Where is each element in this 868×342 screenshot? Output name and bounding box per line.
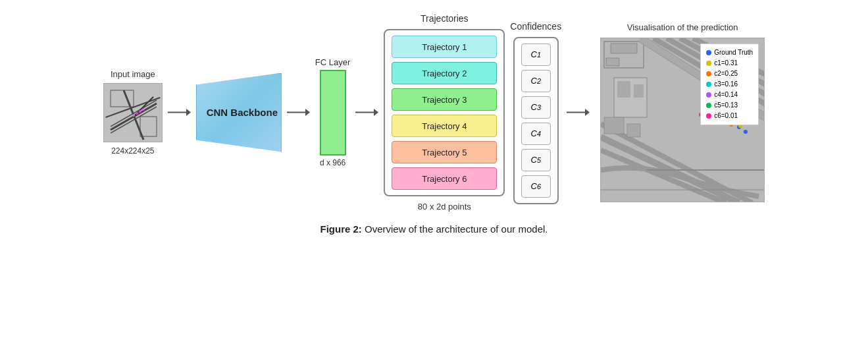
svg-point-9 [139,110,141,113]
svg-marker-17 [374,109,378,116]
fc-box [320,70,346,156]
svg-marker-19 [585,109,590,116]
caption-bold: Figure 2: [320,223,362,235]
fc-label-top: FC Layer [315,57,350,67]
legend-dot-gt [706,50,711,55]
trajectory-1: Trajectory 1 [392,36,497,58]
trajectories-section: Trajectories Trajectory 1 Trajectory 2 T… [384,13,505,212]
legend-text-c1: c1=0.31 [714,58,738,69]
arrow-svg-4 [567,104,590,121]
input-map-svg [104,84,163,142]
legend-c6: c6=0.01 [706,111,753,121]
vis-section: Visualisation of the prediction [600,22,765,202]
input-size-label: 224x224x25 [111,146,154,156]
legend-c2: c2=0.25 [706,69,753,79]
confidence-5: C5 [521,149,551,171]
trajectories-title: Trajectories [421,13,469,24]
legend-text-gt: Ground Truth [714,47,753,58]
legend-dot-c2 [706,71,711,76]
svg-point-8 [136,112,138,115]
arrow-1 [163,104,196,121]
main-diagram: Input image [0,0,868,218]
svg-point-11 [132,114,135,117]
svg-marker-15 [305,109,310,116]
legend-text-c6: c6=0.01 [714,111,738,121]
vis-title: Visualisation of the prediction [627,22,738,32]
figure-caption: Figure 2: Overview of the architecture o… [320,218,548,235]
legend-text-c5: c5=0.13 [714,100,738,111]
confidence-3: C3 [521,96,551,119]
trajectory-6: Trajectory 6 [392,167,497,190]
input-image-inner [104,84,162,142]
trajectory-5: Trajectory 5 [392,141,497,163]
trajectory-2: Trajectory 2 [392,62,497,84]
legend-dot-c4 [706,92,711,98]
cnn-box: CNN Backbone [196,73,282,152]
legend-c4: c4=0.14 [706,90,753,100]
legend-text-c2: c2=0.25 [714,69,738,79]
legend-dot-c3 [706,82,711,87]
confidences-title: Confidences [510,21,561,32]
legend-c1: c1=0.31 [706,58,753,69]
svg-rect-36 [604,117,624,134]
confidence-4: C4 [521,123,551,145]
confidences-section: Confidences C1 C2 C3 C4 C5 C6 [510,21,561,204]
legend-text-c4: c4=0.14 [714,90,738,100]
svg-rect-34 [617,81,630,98]
legend-c3: c3=0.16 [706,79,753,90]
legend-ground-truth: Ground Truth [706,47,753,58]
caption-rest: Overview of the architecture of our mode… [362,223,548,235]
svg-rect-22 [611,43,637,53]
arrow-svg-1 [168,104,191,121]
vis-legend: Ground Truth c1=0.31 c2=0.25 c3=0.16 c4=… [700,43,759,125]
input-label: Input image [111,69,155,79]
legend-c5: c5=0.13 [706,100,753,111]
svg-rect-23 [606,58,619,66]
svg-rect-35 [634,84,644,98]
svg-point-44 [744,130,748,134]
trajectories-bottom-label: 80 x 2d points [418,202,471,212]
legend-dot-c5 [706,103,711,108]
confidences-container: C1 C2 C3 C4 C5 C6 [513,37,559,204]
arrow-svg-2 [287,104,310,121]
cnn-section: CNN Backbone [196,73,282,152]
legend-text-c3: c3=0.16 [714,79,738,90]
arrow-3 [350,104,384,121]
svg-marker-13 [186,109,191,116]
arrow-2 [282,104,315,121]
legend-dot-c1 [706,61,711,66]
confidence-2: C2 [521,70,551,92]
fc-label-bottom: d x 966 [320,158,345,167]
cnn-label: CNN Backbone [200,107,278,118]
vis-image: Ground Truth c1=0.31 c2=0.25 c3=0.16 c4=… [600,38,765,202]
confidence-1: C1 [521,43,551,66]
arrow-4 [561,104,595,121]
fc-section: FC Layer d x 966 [315,57,350,167]
trajectories-container: Trajectory 1 Trajectory 2 Trajectory 3 T… [384,29,505,196]
trajectory-4: Trajectory 4 [392,115,497,137]
legend-dot-c6 [706,113,711,119]
confidence-6: C6 [521,175,551,198]
svg-point-10 [142,108,145,111]
input-section: Input image [103,69,163,156]
trajectory-3: Trajectory 3 [392,88,497,111]
svg-rect-37 [627,124,640,137]
input-image [103,83,163,142]
arrow-svg-3 [355,104,378,121]
